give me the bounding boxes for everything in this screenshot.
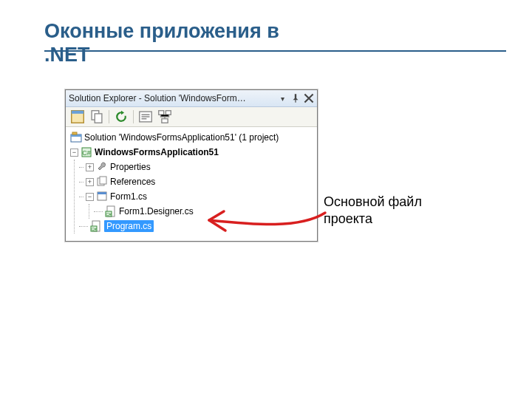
expander-minus-icon[interactable]: − [70,149,78,157]
tree-label-project: WindowsFormsApplication51 [95,147,219,157]
annotation-line2: проекта [324,211,372,226]
expander-minus-icon[interactable]: − [86,193,94,201]
annotation-text: Основной файл проекта [324,194,471,227]
panel-toolbar [66,107,317,127]
solution-explorer-panel: Solution Explorer - Solution 'WindowsFor… [65,89,318,242]
solution-tree: Solution 'WindowsFormsApplication51' (1 … [66,127,317,241]
svg-rect-10 [72,132,77,134]
svg-rect-6 [166,111,171,115]
tree-node-project[interactable]: − C# WindowsFormsApplication51 [69,145,314,160]
svg-rect-1 [72,111,84,114]
tree-node-references[interactable]: + References [75,174,314,189]
tree-label-program: Program.cs [104,220,154,232]
expander-plus-icon[interactable]: + [86,178,94,186]
tree-node-form1-designer[interactable]: C# Form1.Designer.cs [89,204,314,219]
tree-node-program[interactable]: C# Program.cs [75,219,314,233]
csharp-project-icon: C# [81,146,92,158]
tree-label-solution: Solution 'WindowsFormsApplication51' (1 … [84,132,279,143]
view-code-button[interactable] [137,108,154,126]
annotation-line1: Основной файл [324,194,422,209]
panel-title: Solution Explorer - Solution 'WindowsFor… [69,93,274,103]
slide-title-block: Оконные приложения в .NET [44,19,506,67]
toolbar-separator [109,110,109,123]
csharp-file-icon: C# [90,220,102,232]
svg-rect-5 [159,111,164,115]
tree-label-form1-designer: Form1.Designer.cs [119,206,194,216]
csharp-file-icon: C# [105,205,117,217]
svg-rect-16 [98,192,106,194]
svg-text:C#: C# [91,227,97,231]
pin-icon[interactable] [290,93,301,103]
solution-icon [70,132,82,143]
expander-plus-icon[interactable]: + [86,163,94,171]
refresh-button[interactable] [112,108,130,126]
tree-node-form1[interactable]: − Form1.cs [75,189,314,204]
references-icon [96,176,108,188]
panel-titlebar: Solution Explorer - Solution 'WindowsFor… [66,90,317,107]
tree-node-properties[interactable]: + Properties [75,160,314,174]
slide-title: Оконные приложения в .NET [44,19,506,67]
tree-node-solution[interactable]: Solution 'WindowsFormsApplication51' (1 … [69,130,314,145]
dropdown-icon[interactable]: ▾ [277,93,287,103]
svg-text:C#: C# [82,149,91,157]
slide-root: { "slide": { "title_line1": "Оконные при… [0,0,532,399]
tree-label-properties: Properties [110,162,151,172]
show-all-files-button[interactable] [88,108,106,126]
tree-label-references: References [110,177,155,187]
close-icon[interactable] [304,93,314,103]
title-underline [44,50,506,52]
svg-rect-7 [162,119,168,123]
wrench-icon [96,161,108,173]
slide-title-line1: Оконные приложения в [44,20,279,42]
form-icon [96,191,108,202]
properties-window-button[interactable] [69,108,86,126]
svg-rect-3 [95,114,102,123]
view-class-diagram-button[interactable] [156,108,174,126]
svg-text:C#: C# [106,212,112,216]
slide-title-line2: .NET [44,44,90,66]
toolbar-separator-2 [133,110,134,123]
tree-label-form1: Form1.cs [110,191,147,202]
svg-rect-14 [100,177,106,184]
